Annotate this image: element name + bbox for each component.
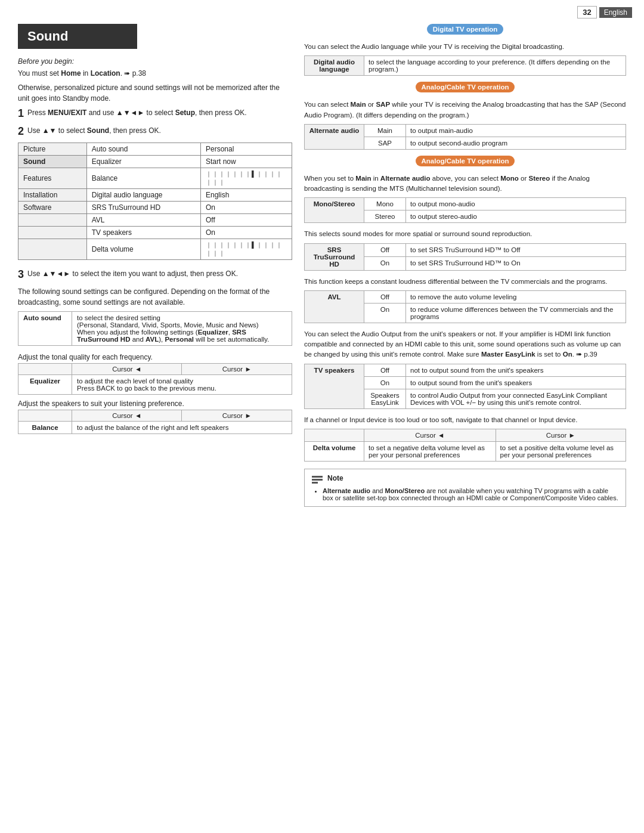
equalizer-desc: to adjust the each level of tonal qualit… (72, 374, 292, 394)
table-row: TV speakers On (18, 227, 292, 239)
para2: Otherwise, personalized picture and soun… (18, 82, 292, 104)
easylink-label: Speakers EasyLink (364, 389, 406, 408)
delta-intro: If a channel or Input device is too loud… (304, 415, 626, 425)
step2-num: 2 (18, 125, 24, 138)
tv-speakers-on-label: On (364, 376, 406, 389)
menu-col-mid: SRS TruSurround HD (86, 202, 200, 214)
menu-col-left (18, 227, 87, 239)
avl-off-label: Off (364, 290, 406, 303)
table-row: Delta volume to set a negative delta vol… (305, 441, 626, 461)
step3-text: Use ▲▼◄► to select the item you want to … (27, 270, 238, 278)
table-row: TV speakers Off not to output sound from… (305, 364, 626, 376)
srs-off-label: Off (364, 243, 406, 257)
table-row: Sound Equalizer Start now (18, 156, 292, 168)
digital-audio-desc: to select the language according to your… (364, 56, 626, 76)
menu-col-left: Installation (18, 189, 87, 202)
menu-col-left: Sound (18, 156, 87, 168)
note-label: Note (327, 474, 343, 482)
menu-col-right: ｜｜｜｜｜｜｜▌｜｜｜｜｜｜｜ (201, 168, 292, 189)
delta-cursor-right: Cursor ► (496, 429, 626, 441)
balance-label-text: Adjust the speakers to suit your listeni… (18, 400, 292, 408)
delta-left-desc: to set a negative delta volume level as … (364, 441, 496, 461)
note-list: Alternate audio and Mono/Stereo are not … (312, 487, 618, 501)
menu-col-right: Personal (201, 143, 292, 156)
srs-on-label: On (364, 257, 406, 271)
balance-cursor-left: Cursor ◄ (72, 410, 182, 421)
tv-speakers-intro: You can select the Audio Output from the… (304, 329, 626, 360)
table-row: Auto sound to select the desired setting… (18, 311, 292, 345)
table-row: Balance to adjust the balance of the rig… (18, 421, 292, 433)
avl-off-desc: to remove the auto volume leveling (406, 290, 626, 303)
tv-speakers-section: You can select the Audio Output from the… (304, 329, 626, 409)
sap-label: SAP (364, 137, 406, 149)
table-row: Software SRS TruSurround HD On (18, 202, 292, 214)
table-row: Digital audiolanguage to select the lang… (305, 56, 626, 76)
auto-sound-label: Auto sound (18, 311, 72, 345)
srs-section: This selects sound modes for more spatia… (304, 229, 626, 270)
mono-desc: to output mono-audio (406, 198, 626, 210)
menu-col-right: Start now (201, 156, 292, 168)
menu-col-mid: Delta volume (86, 239, 200, 260)
delta-table: Cursor ◄ Cursor ► Delta volume to set a … (304, 429, 626, 462)
digital-tv-banner: Digital TV operation (427, 24, 504, 35)
note-icon-graphic (312, 476, 323, 484)
before-begin-label: Before you begin: (18, 57, 292, 66)
analog-section2: Analog/Cable TV operation When you set t… (304, 156, 626, 224)
menu-col-mid: AVL (86, 214, 200, 227)
avl-on-desc: to reduce volume differences between the… (406, 303, 626, 323)
menu-col-left (18, 239, 87, 260)
step3: 3 Use ▲▼◄► to select the item you want t… (18, 268, 292, 281)
tv-speakers-on-desc: to output sound from the unit's speakers (406, 376, 626, 389)
menu-col-left: Features (18, 168, 87, 189)
delta-row-label: Delta volume (305, 441, 364, 461)
menu-col-right: English (201, 189, 292, 202)
page-language: English (599, 7, 632, 18)
note-box: Note Alternate audio and Mono/Stereo are… (304, 469, 626, 507)
left-column: Sound Before you begin: You must set Hom… (18, 24, 292, 507)
menu-col-mid: TV speakers (86, 227, 200, 239)
para1: You must set Home in Location. ➠ p.38 (18, 68, 292, 79)
equalizer-row-label: Equalizer (18, 374, 72, 394)
note-item: Alternate audio and Mono/Stereo are not … (323, 487, 618, 501)
step1-num: 1 (18, 107, 24, 120)
menu-col-left: Picture (18, 143, 87, 156)
auto-sound-section: Auto sound to select the desired setting… (18, 311, 292, 346)
digital-tv-section: Digital TV operation You can select the … (304, 24, 626, 76)
delta-section: If a channel or Input device is too loud… (304, 415, 626, 462)
menu-col-right: Off (201, 214, 292, 227)
digital-audio-table: Digital audiolanguage to select the lang… (304, 55, 626, 76)
table-row: Installation Digital audio language Engl… (18, 189, 292, 202)
table-row: Equalizer to adjust the each level of to… (18, 374, 292, 394)
step2: 2 Use ▲▼ to select Sound, then press OK. (18, 125, 292, 138)
avl-on-label: On (364, 303, 406, 323)
avl-table: AVL Off to remove the auto volume leveli… (304, 290, 626, 323)
alternate-audio-table: Alternate audio Main to output main-audi… (304, 124, 626, 150)
avl-note: This function keeps a constant loudness … (304, 277, 626, 287)
auto-sound-desc: to select the desired setting (Personal,… (72, 311, 292, 345)
srs-label: SRS TruSurround HD (305, 243, 364, 270)
stereo-label: Stereo (364, 210, 406, 223)
tv-speakers-off-label: Off (364, 364, 406, 376)
right-column: Digital TV operation You can select the … (304, 24, 626, 507)
mono-stereo-table: Mono/Stereo Mono to output mono-audio St… (304, 197, 626, 223)
easylink-desc: to control Audio Output from your connec… (406, 389, 626, 408)
menu-col-mid: Auto sound (86, 143, 200, 156)
digital-audio-label: Digital audiolanguage (305, 56, 364, 76)
mono-label: Mono (364, 198, 406, 210)
balance-blank-header (18, 410, 72, 421)
srs-off-desc: to set SRS TruSurround HD™ to Off (406, 243, 626, 257)
table-row: Picture Auto sound Personal (18, 143, 292, 156)
main-desc: to output main-audio (406, 124, 626, 137)
tv-speakers-table: TV speakers Off not to output sound from… (304, 364, 626, 409)
step1-text: Press MENU/EXIT and use ▲▼◄► to select S… (27, 109, 247, 117)
table-row: Cursor ◄ Cursor ► (18, 410, 292, 421)
mono-stereo-label: Mono/Stereo (305, 198, 364, 223)
menu-col-right: On (201, 227, 292, 239)
analog-banner1: Analog/Cable TV operation (416, 82, 515, 92)
delta-right-desc: to set a positive delta volume level as … (496, 441, 626, 461)
menu-col-mid: Digital audio language (86, 189, 200, 202)
stereo-desc: to output stereo-audio (406, 210, 626, 223)
page-title: Sound (18, 24, 137, 49)
main-label: Main (364, 124, 406, 137)
table-row: Cursor ◄ Cursor ► (18, 363, 292, 374)
